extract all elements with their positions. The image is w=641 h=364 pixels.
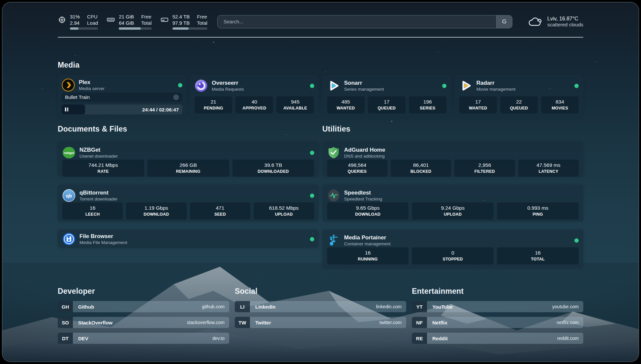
status-dot [310,84,314,88]
cpu-label-bottom: Load [87,20,98,26]
app-name: Radarr [476,79,516,86]
stat-label: MOVIES [542,106,577,111]
cpu-stat: 31% 2.94 CPU Load [58,14,98,30]
links-section-entertainment: Entertainment YTYouTubeyoutube.comNFNetf… [412,287,583,344]
stat-tile: 9.65 GbpsDOWNLOAD [327,202,409,220]
header: 31% 2.94 CPU Load [58,2,583,30]
link-row-stackoverflow[interactable]: SOStackOverflowstackoverflow.com [58,317,229,328]
stat-tile: 471SEED [190,202,250,220]
stat-tile: 266 GBREMAINING [147,160,229,177]
stat-value: 498,564 [328,162,386,168]
link-name: Netflix [432,320,447,325]
stat-tile: 196SERIES [409,96,446,113]
stat-value: 17 [369,99,404,105]
stat-label: PING [498,212,577,217]
app-subtitle: Movie management [476,86,516,92]
link-name: LinkedIn [255,304,276,310]
stat-value: 16 [64,205,121,211]
stat-value: 0 [413,250,492,256]
stat-label: STOPPED [413,257,492,262]
stat-label: APPROVED [237,106,272,111]
app-stats: 498,564QUERIES86,401BLOCKED2,956FILTERED… [327,160,579,177]
media-card-grid: Plex Media server Bullet Train [58,75,583,117]
app-card-plex[interactable]: Plex Media server Bullet Train [58,75,186,117]
stat-tile: 16TOTAL [497,247,579,264]
link-row-github[interactable]: GHGithubgithub.com [58,301,229,312]
radarr-icon [459,79,473,92]
stat-tile: 498,564QUERIES [327,160,387,177]
stat-tile: 1.19 GbpsDOWNLOAD [126,202,186,220]
stat-value: 618.52 Mbps [255,205,313,211]
link-abbr: RE [412,333,427,344]
link-row-youtube[interactable]: YTYouTubeyoutube.com [412,301,583,312]
app-card-overseerr[interactable]: Overseerr Media Requests 21PENDING40APPR… [190,75,319,117]
link-name: StackOverflow [78,320,112,325]
app-name: AdGuard Home [344,146,385,153]
app-subtitle: DNS and adblocking [344,153,385,159]
disk-icon [160,15,169,24]
app-card-speedtest[interactable]: Speedtest Speedtest Tracking 9.65 GbpsDO… [322,185,584,222]
stat-label: DOWNLOADED [234,169,313,174]
status-dot [574,84,579,88]
app-card-adguard[interactable]: AdGuard Home DNS and adblocking 498,564Q… [322,142,584,177]
app-card-qbittorrent[interactable]: qb qBittorrent Torrent downloader 16LEEC… [58,185,319,222]
nzbget-icon: nzbget [62,146,76,159]
section-title-entertainment: Entertainment [412,287,583,296]
now-playing-title: Bullet Train [65,94,90,100]
app-name: Overseerr [212,79,244,86]
link-name: Twitter [255,320,271,325]
app-subtitle: Torrent downloader [79,196,118,202]
playback-progress-bar[interactable]: 24:44 / 02:06:47 [62,105,182,114]
link-name: DEV [78,336,88,341]
app-card-sonarr[interactable]: Sonarr Series management 485WANTED17QUEU… [322,75,451,117]
app-card-nzbget[interactable]: nzbget NZBGet Usenet downloader 744.21 M… [58,142,319,177]
link-url: linkedin.com [376,304,402,309]
stat-tile: 0.993 msPING [497,202,579,220]
app-card-radarr[interactable]: Radarr Movie management 17WANTED22QUEUED… [455,75,583,117]
svg-text:qb: qb [66,193,72,198]
stat-value: 196 [410,99,445,105]
stat-tile: 618.52 MbpsUPLOAD [254,202,314,220]
link-row-reddit[interactable]: RERedditreddit.com [412,333,583,344]
ram-label-top: Free [141,14,152,20]
stat-tile: 39.6 TBDOWNLOADED [232,160,314,177]
link-row-twitter[interactable]: TWTwittertwitter.com [235,317,406,328]
stat-label: DOWNLOAD [328,212,408,217]
disk-free-value: 52.4 TB [172,14,190,20]
stat-value: 9.65 Gbps [328,205,408,211]
app-card-portainer[interactable]: Media Portainer Container management 16R… [322,229,584,268]
stat-label: SEED [191,212,249,217]
stat-value: 1.19 Gbps [127,205,185,211]
stat-tile: 744.21 MbpsRATE [62,160,144,177]
stat-tile: 17QUEUED [368,96,406,113]
snow-specks [2,2,3,3]
link-row-netflix[interactable]: NFNetflixnetflix.com [412,317,583,328]
stat-label: AVAILABLE [278,106,313,111]
stat-label: LATENCY [520,169,577,174]
google-search-button[interactable]: G [496,15,512,28]
app-stats: 17WANTED22QUEUED834MOVIES [459,96,579,113]
stat-value: 266 GB [149,162,228,168]
stat-value: 47.569 ms [520,162,577,168]
stat-value: 471 [191,205,249,211]
plex-icon [62,78,75,92]
ram-progress-bar [119,27,152,30]
stat-label: FILTERED [456,169,513,174]
ram-stat: 21 GiB 64 GiB Free Total [107,14,152,30]
cloud-icon [528,16,543,28]
link-url: netflix.com [557,320,579,325]
stat-label: RATE [64,169,143,174]
stat-label: UPLOAD [413,212,492,217]
app-subtitle: Usenet downloader [79,153,118,159]
stat-label: QUEUED [369,106,404,111]
links-section-social: Social LILinkedInlinkedin.comTWTwittertw… [235,287,406,344]
sonarr-icon [327,79,340,92]
app-card-filebrowser[interactable]: File Browser Media File Management [58,229,319,248]
link-row-dev[interactable]: DTDEVdev.to [58,333,229,344]
svg-text:nzbget: nzbget [64,151,74,155]
link-row-linkedin[interactable]: LILinkedInlinkedin.com [235,301,406,312]
app-name: Media Portainer [344,234,391,241]
search-input[interactable] [217,15,512,28]
stat-label: SERIES [410,106,445,111]
stat-label: REMAINING [149,169,228,174]
